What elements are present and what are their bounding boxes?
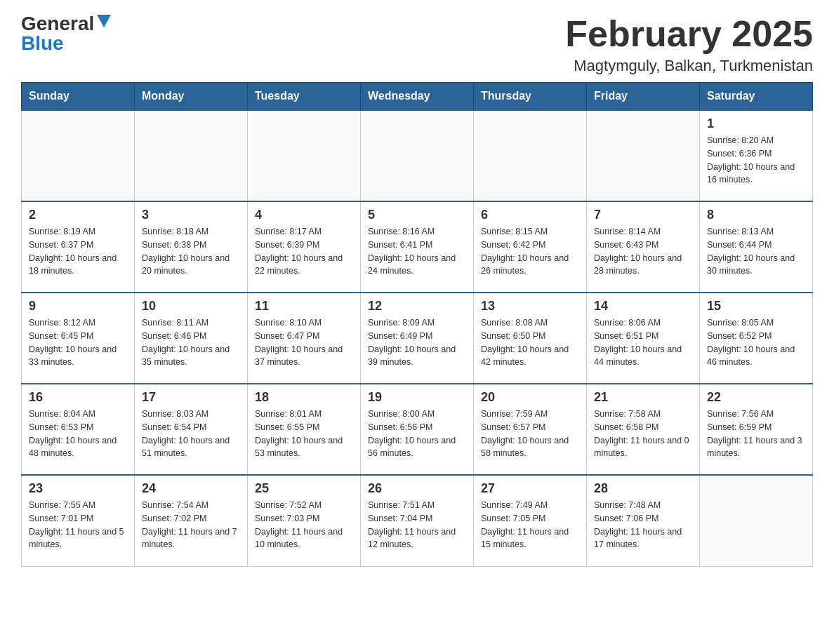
- logo: General Blue: [21, 14, 111, 53]
- day-info: Sunrise: 7:54 AMSunset: 7:02 PMDaylight:…: [142, 499, 240, 551]
- calendar-week-row: 2Sunrise: 8:19 AMSunset: 6:37 PMDaylight…: [22, 201, 813, 293]
- day-of-week-header: Wednesday: [361, 83, 474, 111]
- calendar-cell: 23Sunrise: 7:55 AMSunset: 7:01 PMDayligh…: [22, 475, 135, 566]
- day-number: 11: [255, 299, 353, 314]
- day-number: 16: [29, 390, 127, 405]
- day-info: Sunrise: 8:05 AMSunset: 6:52 PMDaylight:…: [707, 316, 805, 369]
- day-info: Sunrise: 8:19 AMSunset: 6:37 PMDaylight:…: [29, 225, 127, 278]
- calendar-cell: [135, 110, 248, 201]
- calendar-cell: 7Sunrise: 8:14 AMSunset: 6:43 PMDaylight…: [587, 201, 700, 293]
- day-info: Sunrise: 7:49 AMSunset: 7:05 PMDaylight:…: [481, 499, 579, 551]
- calendar-title: February 2025: [565, 14, 813, 54]
- calendar-cell: 22Sunrise: 7:56 AMSunset: 6:59 PMDayligh…: [700, 384, 813, 475]
- day-info: Sunrise: 8:14 AMSunset: 6:43 PMDaylight:…: [594, 225, 692, 278]
- calendar-cell: 14Sunrise: 8:06 AMSunset: 6:51 PMDayligh…: [587, 293, 700, 384]
- page-header: General Blue February 2025 Magtymguly, B…: [21, 14, 813, 75]
- day-number: 5: [368, 208, 466, 222]
- calendar-cell: 4Sunrise: 8:17 AMSunset: 6:39 PMDaylight…: [248, 201, 361, 293]
- day-info: Sunrise: 8:18 AMSunset: 6:38 PMDaylight:…: [142, 225, 240, 278]
- calendar-cell: [22, 110, 135, 201]
- calendar-cell: [474, 110, 587, 201]
- day-number: 22: [707, 390, 805, 405]
- calendar-cell: 8Sunrise: 8:13 AMSunset: 6:44 PMDaylight…: [700, 201, 813, 293]
- calendar-cell: [361, 110, 474, 201]
- day-info: Sunrise: 8:09 AMSunset: 6:49 PMDaylight:…: [368, 316, 466, 369]
- day-info: Sunrise: 8:11 AMSunset: 6:46 PMDaylight:…: [142, 316, 240, 369]
- day-info: Sunrise: 7:51 AMSunset: 7:04 PMDaylight:…: [368, 499, 466, 551]
- day-of-week-header: Monday: [135, 83, 248, 111]
- calendar-cell: 18Sunrise: 8:01 AMSunset: 6:55 PMDayligh…: [248, 384, 361, 475]
- day-number: 12: [368, 299, 466, 314]
- day-info: Sunrise: 7:58 AMSunset: 6:58 PMDaylight:…: [594, 408, 692, 460]
- calendar-cell: 9Sunrise: 8:12 AMSunset: 6:45 PMDaylight…: [22, 293, 135, 384]
- day-info: Sunrise: 8:12 AMSunset: 6:45 PMDaylight:…: [29, 316, 127, 369]
- day-number: 14: [594, 299, 692, 314]
- day-number: 24: [142, 481, 240, 496]
- calendar-cell: 17Sunrise: 8:03 AMSunset: 6:54 PMDayligh…: [135, 384, 248, 475]
- calendar-cell: 24Sunrise: 7:54 AMSunset: 7:02 PMDayligh…: [135, 475, 248, 566]
- day-number: 23: [29, 481, 127, 496]
- calendar-body: 1Sunrise: 8:20 AMSunset: 6:36 PMDaylight…: [22, 110, 813, 566]
- day-of-week-header: Sunday: [22, 83, 135, 111]
- day-number: 25: [255, 481, 353, 496]
- day-number: 2: [29, 208, 127, 222]
- calendar-week-row: 16Sunrise: 8:04 AMSunset: 6:53 PMDayligh…: [22, 384, 813, 475]
- calendar-cell: [248, 110, 361, 201]
- calendar-cell: 21Sunrise: 7:58 AMSunset: 6:58 PMDayligh…: [587, 384, 700, 475]
- day-of-week-header: Tuesday: [248, 83, 361, 111]
- calendar-cell: [587, 110, 700, 201]
- day-of-week-header: Saturday: [700, 83, 813, 111]
- calendar-cell: 11Sunrise: 8:10 AMSunset: 6:47 PMDayligh…: [248, 293, 361, 384]
- calendar-cell: 27Sunrise: 7:49 AMSunset: 7:05 PMDayligh…: [474, 475, 587, 566]
- day-info: Sunrise: 8:16 AMSunset: 6:41 PMDaylight:…: [368, 225, 466, 278]
- day-info: Sunrise: 8:13 AMSunset: 6:44 PMDaylight:…: [707, 225, 805, 278]
- day-number: 26: [368, 481, 466, 496]
- day-number: 21: [594, 390, 692, 405]
- day-info: Sunrise: 7:56 AMSunset: 6:59 PMDaylight:…: [707, 408, 805, 460]
- day-info: Sunrise: 8:04 AMSunset: 6:53 PMDaylight:…: [29, 408, 127, 460]
- day-number: 19: [368, 390, 466, 405]
- calendar-cell: 6Sunrise: 8:15 AMSunset: 6:42 PMDaylight…: [474, 201, 587, 293]
- calendar-table: SundayMondayTuesdayWednesdayThursdayFrid…: [21, 82, 813, 567]
- logo-blue: Blue: [21, 34, 64, 53]
- calendar-cell: 20Sunrise: 7:59 AMSunset: 6:57 PMDayligh…: [474, 384, 587, 475]
- day-number: 10: [142, 299, 240, 314]
- calendar-cell: 3Sunrise: 8:18 AMSunset: 6:38 PMDaylight…: [135, 201, 248, 293]
- calendar-week-row: 1Sunrise: 8:20 AMSunset: 6:36 PMDaylight…: [22, 110, 813, 201]
- calendar-cell: 13Sunrise: 8:08 AMSunset: 6:50 PMDayligh…: [474, 293, 587, 384]
- day-info: Sunrise: 7:59 AMSunset: 6:57 PMDaylight:…: [481, 408, 579, 460]
- day-number: 18: [255, 390, 353, 405]
- day-info: Sunrise: 7:52 AMSunset: 7:03 PMDaylight:…: [255, 499, 353, 551]
- day-info: Sunrise: 8:00 AMSunset: 6:56 PMDaylight:…: [368, 408, 466, 460]
- calendar-cell: 5Sunrise: 8:16 AMSunset: 6:41 PMDaylight…: [361, 201, 474, 293]
- calendar-header: SundayMondayTuesdayWednesdayThursdayFrid…: [22, 83, 813, 111]
- calendar-cell: 1Sunrise: 8:20 AMSunset: 6:36 PMDaylight…: [700, 110, 813, 201]
- calendar-cell: 10Sunrise: 8:11 AMSunset: 6:46 PMDayligh…: [135, 293, 248, 384]
- day-info: Sunrise: 7:48 AMSunset: 7:06 PMDaylight:…: [594, 499, 692, 551]
- day-info: Sunrise: 8:10 AMSunset: 6:47 PMDaylight:…: [255, 316, 353, 369]
- calendar-week-row: 9Sunrise: 8:12 AMSunset: 6:45 PMDaylight…: [22, 293, 813, 384]
- title-section: February 2025 Magtymguly, Balkan, Turkme…: [565, 14, 813, 75]
- day-number: 8: [707, 208, 805, 222]
- calendar-cell: 2Sunrise: 8:19 AMSunset: 6:37 PMDaylight…: [22, 201, 135, 293]
- day-info: Sunrise: 7:55 AMSunset: 7:01 PMDaylight:…: [29, 499, 127, 551]
- day-info: Sunrise: 8:20 AMSunset: 6:36 PMDaylight:…: [707, 134, 805, 187]
- calendar-cell: 15Sunrise: 8:05 AMSunset: 6:52 PMDayligh…: [700, 293, 813, 384]
- day-number: 20: [481, 390, 579, 405]
- calendar-cell: 28Sunrise: 7:48 AMSunset: 7:06 PMDayligh…: [587, 475, 700, 566]
- day-number: 3: [142, 208, 240, 222]
- calendar-cell: [700, 475, 813, 566]
- day-info: Sunrise: 8:15 AMSunset: 6:42 PMDaylight:…: [481, 225, 579, 278]
- calendar-cell: 16Sunrise: 8:04 AMSunset: 6:53 PMDayligh…: [22, 384, 135, 475]
- logo-arrow-icon: [97, 15, 111, 27]
- day-info: Sunrise: 8:03 AMSunset: 6:54 PMDaylight:…: [142, 408, 240, 460]
- calendar-cell: 12Sunrise: 8:09 AMSunset: 6:49 PMDayligh…: [361, 293, 474, 384]
- day-number: 27: [481, 481, 579, 496]
- day-number: 6: [481, 208, 579, 222]
- calendar-subtitle: Magtymguly, Balkan, Turkmenistan: [565, 57, 813, 75]
- day-number: 4: [255, 208, 353, 222]
- days-of-week-row: SundayMondayTuesdayWednesdayThursdayFrid…: [22, 83, 813, 111]
- day-number: 28: [594, 481, 692, 496]
- logo-general: General: [21, 14, 94, 34]
- day-info: Sunrise: 8:08 AMSunset: 6:50 PMDaylight:…: [481, 316, 579, 369]
